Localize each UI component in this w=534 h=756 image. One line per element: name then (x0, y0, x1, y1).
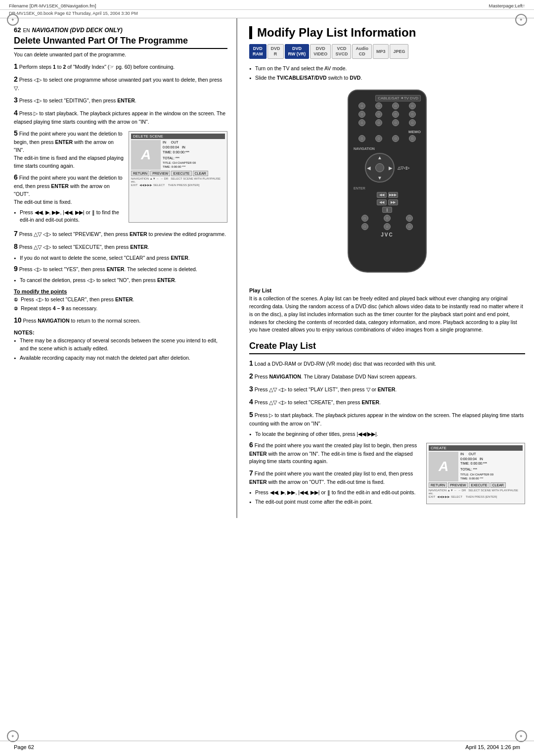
nav-title: NAVIGATION (DVD DECK ONLY) (32, 27, 122, 34)
modify-step-2: ② Repeat steps 4 – 9 as necessary. (14, 305, 227, 313)
create-step-2: 2 Press NAVIGATION. The Library Database… (249, 371, 525, 381)
cable-sat-tv-label: CABLE/SAT ✦TV DVD (375, 95, 421, 101)
play-list-section: Play List It is a collection of the scen… (249, 287, 525, 334)
notes-title: NOTES: (14, 330, 227, 335)
setup-bullet-2: Slide the TV/CABLE/SAT/DVD switch to DVD… (249, 74, 525, 82)
enter-label: △▽◁▷ (398, 166, 409, 170)
step-6-bullet: Press ◀◀, ▶, ▶▶, |◀◀, ▶▶| or ‖ to find t… (14, 209, 125, 225)
badge-dvd-ram: DVDRAM (249, 44, 267, 59)
sub-header-left: DR-MV1SEK_00.book Page 62 Thursday, Apri… (9, 11, 138, 16)
create-scene-screen: CREATE A IN OUT 0:00:00:04 IN TIME: 0:00… (426, 443, 525, 505)
badge-dvd-video: DVDVIDEO (310, 44, 331, 59)
step-7: 7 Press △▽ ◁▷ to select "PREVIEW", then … (14, 229, 227, 239)
remote-btn-17[interactable]: □ (361, 215, 368, 222)
sub-header: DR-MV1SEK_00.book Page 62 Thursday, Apri… (0, 10, 534, 18)
play-list-text: It is a collection of the scenes. A play… (249, 295, 525, 334)
remote-image: CABLE/SAT ✦TV DVD □ □ □ □ (328, 90, 446, 278)
nav-up[interactable]: ▲ (377, 155, 382, 160)
nav-left[interactable]: ◀ (367, 165, 371, 171)
jvc-label: JVC (354, 232, 421, 237)
memo-label: MEMO (408, 130, 421, 134)
create-step-7-bullet-1: Press ◀◀, ▶, ▶▶, |◀◀, ▶▶| or ‖ to find t… (249, 489, 417, 497)
btn-ff[interactable]: ▶▶ (388, 199, 398, 205)
remote-btn-8[interactable]: □ (409, 111, 416, 118)
btn-pause[interactable]: ‖ (382, 207, 392, 213)
remote-btn-5[interactable]: □ (358, 111, 365, 118)
remote-btn-21[interactable]: □ (384, 223, 391, 230)
remote-btn-20[interactable]: □ (361, 223, 368, 230)
badge-dvd-rw: DVDRW (VR) (285, 44, 310, 59)
remote-btn-6[interactable]: □ (375, 111, 382, 118)
remote-btn-10[interactable]: □ (375, 119, 382, 126)
remote-btn-15[interactable]: □ (392, 135, 399, 142)
step-6-short: 6 Find the point where you want the dele… (14, 172, 125, 206)
step-9: 9 Press ◁▷ to select "YES", then press E… (14, 264, 227, 274)
remote-btn-9[interactable]: □ (358, 119, 365, 126)
create-steps-6-7-area: 6 Find the point where you want the crea… (249, 440, 525, 508)
create-step-4: 4 Press △▽ ◁▷ to select "CREATE", then p… (249, 397, 525, 407)
create-step-5-bullet: To locate the beginning of other titles,… (249, 430, 525, 438)
note-2: Available recording capacity may not mat… (14, 354, 227, 362)
setup-bullet-1: Turn on the TV and select the AV mode. (249, 65, 525, 73)
create-steps-6-7-text: 6 Find the point where you want the crea… (249, 440, 417, 508)
remote-area: CABLE/SAT ✦TV DVD □ □ □ □ (249, 85, 525, 283)
badge-dvd-r: DVDR (267, 44, 284, 59)
left-column: 62 EN NAVIGATION (DVD DECK ONLY) Delete … (0, 18, 237, 518)
intro-text: You can delete unwanted part of the prog… (14, 51, 227, 59)
create-step-7: 7 Find the point where you want the crea… (249, 468, 417, 486)
remote-container: CABLE/SAT ✦TV DVD □ □ □ □ (249, 90, 525, 278)
corner-mark-tr: ✦ (515, 14, 527, 26)
note-1: There may be a discrepancy of several se… (14, 337, 227, 353)
btn-prev[interactable]: ◀◀ (377, 192, 387, 198)
btn-rew[interactable]: ◀◀ (377, 199, 387, 205)
nav-center-btn[interactable] (375, 163, 384, 172)
header-filename: Filename [DR-MV1SEK_08Navigation.fm] (9, 3, 96, 8)
badge-vcd: VCDSVCD (332, 44, 351, 59)
nav-right[interactable]: ▶ (389, 165, 393, 171)
create-step-1: 1 Load a DVD-RAM or DVD-RW (VR mode) dis… (249, 358, 525, 369)
section-title-left: Delete Unwanted Part Of The Programme (14, 36, 227, 49)
remote-btn-4[interactable]: □ (409, 102, 416, 109)
remote-btn-12[interactable]: □ (409, 119, 416, 126)
remote-btn-16[interactable]: □ (409, 135, 416, 142)
create-section-title: Create Play List (249, 341, 525, 354)
remote-btn-11[interactable]: □ (392, 119, 399, 126)
nav-down[interactable]: ▼ (377, 175, 382, 181)
step-8: 8 Press △▽ ◁▷ to select "EXECUTE", then … (14, 241, 227, 252)
remote-body: CABLE/SAT ✦TV DVD □ □ □ □ (348, 90, 427, 273)
step-8-bullet: If you do not want to delete the scene, … (14, 254, 227, 262)
remote-btn-13[interactable]: □ (358, 135, 365, 142)
remote-btn-19[interactable]: □ (406, 215, 413, 222)
step-5-text: 5 Find the point where you want the dele… (14, 128, 125, 226)
modify-step-1: ① Press ◁▷ to select "CLEAR", then press… (14, 296, 227, 304)
footer: Page 62 April 15, 2004 1:26 pm (0, 741, 534, 750)
date-label: April 15, 2004 1:26 pm (465, 744, 520, 750)
page-number: 62 (14, 26, 21, 34)
step-3: 3 Press ◁▷ to select "EDITING", then pre… (14, 95, 227, 105)
remote-btn-22[interactable]: □ (406, 223, 413, 230)
remote-btn-14[interactable]: □ (375, 135, 382, 142)
step-9-bullet: To cancel the deletion, press ◁▷ to sele… (14, 277, 227, 284)
corner-mark-tl: ✦ (7, 14, 19, 26)
header-bar: Filename [DR-MV1SEK_08Navigation.fm] Mas… (0, 0, 534, 10)
header-masterpage: Masterpage:Left↑ (489, 3, 525, 8)
step-1: 1 Perform steps 1 to 2 of "Modify Index"… (14, 61, 227, 72)
remote-btn-1[interactable]: □ (358, 102, 365, 109)
section-title-right: Modify Play List Information (249, 26, 525, 39)
main-content: 62 EN NAVIGATION (DVD DECK ONLY) Delete … (0, 18, 534, 518)
remote-btn-2[interactable]: □ (375, 102, 382, 109)
remote-btn-3[interactable]: □ (392, 102, 399, 109)
remote-btn-18[interactable]: □ (384, 215, 391, 222)
navigation-label: NAVIGATION (354, 147, 375, 150)
btn-fwd[interactable]: ▶▶▶ (388, 192, 398, 198)
page-label: Page 62 (14, 744, 34, 750)
step-2: 2 Press ◁▷ to select one programme whose… (14, 74, 227, 93)
right-column: Modify Play List Information DVDRAM DVDR… (237, 18, 534, 518)
create-step-3: 3 Press △▽ ◁▷ to select "PLAY LIST", the… (249, 384, 525, 394)
format-badges: DVDRAM DVDR DVDRW (VR) DVDVIDEO VCDSVCD … (249, 44, 525, 59)
step-5-area: 5 Find the point where you want the dele… (14, 128, 227, 226)
to-modify-title: To modify the points (14, 288, 227, 294)
enter-text: ENTER (354, 187, 365, 190)
badge-audio-cd: AudioCD (352, 44, 372, 59)
remote-btn-7[interactable]: □ (392, 111, 399, 118)
